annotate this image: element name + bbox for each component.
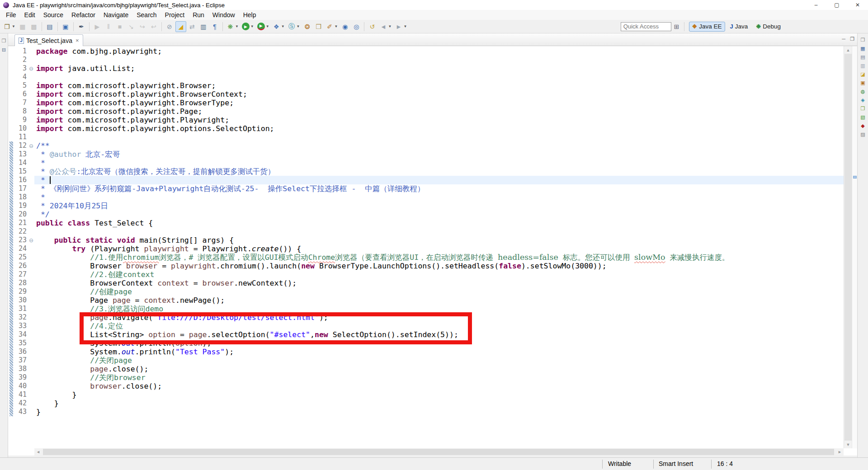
print-button[interactable]: ▤ (44, 21, 55, 32)
code-line-5[interactable]: import com.microsoft.playwright.Browser; (34, 81, 844, 90)
minimized-view-icon-8[interactable]: ❒ (861, 106, 865, 111)
minimized-view-icon-4[interactable]: ◪ (860, 71, 865, 77)
line-number[interactable]: 37 (14, 356, 28, 365)
line-number[interactable]: 39 (14, 373, 28, 382)
clipboard-button[interactable]: ❒ (313, 21, 324, 32)
overview-ruler[interactable] (852, 46, 857, 448)
line-number[interactable]: 10 (14, 124, 28, 133)
code-line-16[interactable]: * (34, 176, 844, 184)
step-return-button[interactable]: ↩ (148, 21, 159, 32)
line-number[interactable]: 17 (14, 184, 28, 193)
code-line-14[interactable]: * (34, 159, 844, 167)
menu-source[interactable]: Source (39, 10, 67, 19)
maximize-view-icon[interactable]: ❐ (850, 36, 854, 42)
line-number[interactable]: 7 (14, 99, 28, 107)
scroll-up-icon[interactable]: ▲ (844, 46, 852, 54)
show-whitespace-button[interactable]: ▥ (198, 21, 209, 32)
line-number[interactable]: 11 (14, 133, 28, 141)
line-number[interactable]: 13 (14, 150, 28, 159)
minimized-view-icon-7[interactable]: ◈ (861, 97, 864, 103)
code-line-1[interactable]: package com.bjhg.playwright; (34, 47, 844, 56)
code-line-43[interactable]: } (34, 408, 844, 416)
minimized-view-icon-9[interactable]: ▧ (860, 114, 865, 120)
line-number[interactable]: 40 (14, 382, 28, 390)
menu-help[interactable]: Help (239, 10, 260, 19)
tab-close-icon[interactable]: × (75, 37, 79, 44)
menu-refactor[interactable]: Refactor (67, 10, 99, 19)
debug-button[interactable]: ❋▼ (225, 21, 240, 32)
horizontal-scroll-thumb[interactable] (43, 449, 834, 455)
line-number[interactable]: 42 (14, 399, 28, 408)
terminate-button[interactable]: ■ (114, 21, 125, 32)
code-line-26[interactable]: Browser browser = playwright.chromium().… (34, 262, 844, 270)
perspective-java[interactable]: JJava (727, 22, 751, 32)
line-number[interactable]: 19 (14, 202, 28, 210)
project-explorer-icon[interactable]: ⊟ (2, 47, 6, 52)
code-line-36[interactable]: System.out.println("Test Pass"); (34, 348, 844, 356)
line-number[interactable]: 5 (14, 81, 28, 90)
minimized-view-icon-1[interactable]: ▦ (860, 46, 865, 51)
menu-project[interactable]: Project (161, 10, 189, 19)
fold-collapse-icon[interactable]: ⊖ (28, 236, 34, 244)
code-line-18[interactable]: * (34, 193, 844, 202)
quick-access-input[interactable]: Quick Access (621, 22, 671, 31)
code-line-20[interactable]: */ (34, 210, 844, 219)
code-line-27[interactable]: //2.创建context (34, 270, 844, 279)
perspective-java-ee[interactable]: ❖Java EE (689, 22, 725, 32)
menu-search[interactable]: Search (132, 10, 160, 19)
code-line-2[interactable] (34, 56, 844, 64)
line-number[interactable]: 24 (14, 244, 28, 253)
annotation-ruler[interactable] (8, 46, 14, 448)
last-edit-location-button[interactable]: ↺ (367, 21, 377, 32)
scroll-left-icon[interactable]: ◄ (34, 448, 42, 456)
code-line-37[interactable]: //关闭page (34, 356, 844, 365)
line-number[interactable]: 25 (14, 253, 28, 262)
restore-views-icon[interactable]: ❐ (861, 37, 865, 42)
open-console-button[interactable]: ▣ (60, 21, 71, 32)
line-number[interactable]: 18 (14, 193, 28, 202)
open-perspective-icon[interactable]: ⊞ (674, 23, 679, 30)
horizontal-scrollbar[interactable]: ◄ ► (34, 448, 844, 456)
line-number[interactable]: 12 (14, 141, 28, 150)
fold-collapse-icon[interactable]: ⊖ (28, 64, 34, 73)
quill-button[interactable]: ✒ (76, 21, 87, 32)
line-number[interactable]: 22 (14, 227, 28, 236)
scroll-down-icon[interactable]: ▼ (844, 441, 852, 448)
web-service-button[interactable]: Ⓢ▼ (287, 21, 302, 32)
code-line-29[interactable]: //创建page (34, 287, 844, 296)
web-browser-button[interactable]: ◉ (340, 21, 350, 32)
line-number[interactable]: 35 (14, 339, 28, 348)
code-line-7[interactable]: import com.microsoft.playwright.BrowserT… (34, 99, 844, 107)
code-line-38[interactable]: page.close(); (34, 365, 844, 373)
minimized-view-icon-5[interactable]: ▣ (860, 80, 865, 85)
menu-run[interactable]: Run (189, 10, 208, 19)
coverage-button[interactable]: ▶▼ (256, 21, 271, 32)
code-line-30[interactable]: Page page = context.newPage(); (34, 296, 844, 305)
code-line-40[interactable]: browser.close(); (34, 382, 844, 390)
line-number-ruler[interactable]: 1234567891011121314151617181920212223242… (14, 46, 28, 448)
line-number[interactable]: 14 (14, 159, 28, 167)
code-line-28[interactable]: BrowserContext context = browser.newCont… (34, 279, 844, 287)
menu-navigate[interactable]: Navigate (99, 10, 132, 19)
menu-file[interactable]: File (2, 10, 20, 19)
line-number[interactable]: 4 (14, 73, 28, 81)
line-number[interactable]: 2 (14, 56, 28, 64)
line-number[interactable]: 30 (14, 296, 28, 305)
line-number[interactable]: 20 (14, 210, 28, 219)
fold-collapse-icon[interactable]: ⊖ (28, 141, 34, 150)
code-line-41[interactable]: } (34, 390, 844, 399)
link-editor-button[interactable]: ⇄ (187, 21, 198, 32)
web-page-button[interactable]: ◎ (351, 21, 362, 32)
line-number[interactable]: 43 (14, 408, 28, 416)
line-number[interactable]: 27 (14, 270, 28, 279)
restore-view-icon[interactable]: ❐ (2, 38, 6, 43)
line-number[interactable]: 26 (14, 262, 28, 270)
line-number[interactable]: 9 (14, 116, 28, 124)
mark-occurrences-button[interactable]: ◢ (175, 21, 186, 32)
run-on-server-button[interactable]: ❖▼ (271, 21, 286, 32)
code-line-4[interactable] (34, 73, 844, 81)
code-line-8[interactable]: import com.microsoft.playwright.Page; (34, 107, 844, 116)
line-number[interactable]: 23 (14, 236, 28, 244)
code-line-21[interactable]: public class Test_Select { (34, 219, 844, 227)
minimized-view-icon-10[interactable]: ◆ (861, 123, 864, 128)
